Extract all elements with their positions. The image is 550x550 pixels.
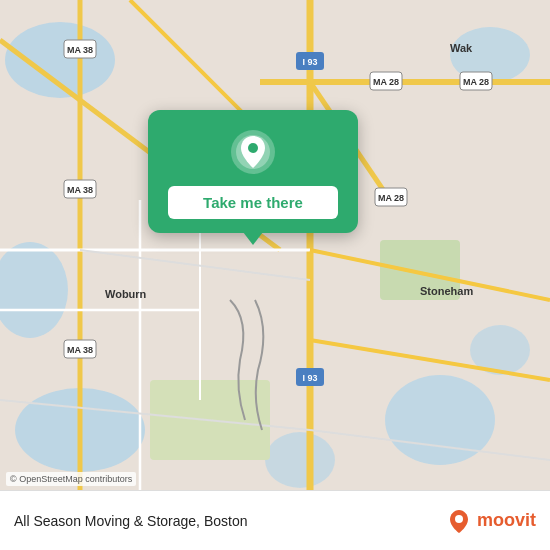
moovit-logo: moovit [445,507,536,535]
svg-text:MA 38: MA 38 [67,45,93,55]
popup-card: Take me there [148,110,358,233]
map: I 93 I 93 MA 28 MA 28 MA 28 MA 38 MA 38 … [0,0,550,490]
take-me-there-button[interactable]: Take me there [168,186,338,219]
svg-text:I 93: I 93 [302,373,317,383]
svg-text:MA 28: MA 28 [373,77,399,87]
svg-text:Woburn: Woburn [105,288,147,300]
bottom-bar: All Season Moving & Storage, Boston moov… [0,490,550,550]
svg-text:MA 28: MA 28 [463,77,489,87]
svg-text:MA 38: MA 38 [67,345,93,355]
svg-point-47 [455,515,463,523]
popup-tail [243,232,263,245]
svg-text:Wak: Wak [450,42,473,54]
location-pin-icon [229,128,277,176]
location-title: All Season Moving & Storage, Boston [14,513,247,529]
svg-text:I 93: I 93 [302,57,317,67]
svg-text:MA 28: MA 28 [378,193,404,203]
moovit-brand-text: moovit [477,510,536,531]
svg-point-7 [265,432,335,488]
svg-point-46 [248,143,258,153]
osm-credit: © OpenStreetMap contributors [6,472,136,486]
svg-text:MA 38: MA 38 [67,185,93,195]
moovit-pin-icon [445,507,473,535]
svg-text:Stoneham: Stoneham [420,285,473,297]
